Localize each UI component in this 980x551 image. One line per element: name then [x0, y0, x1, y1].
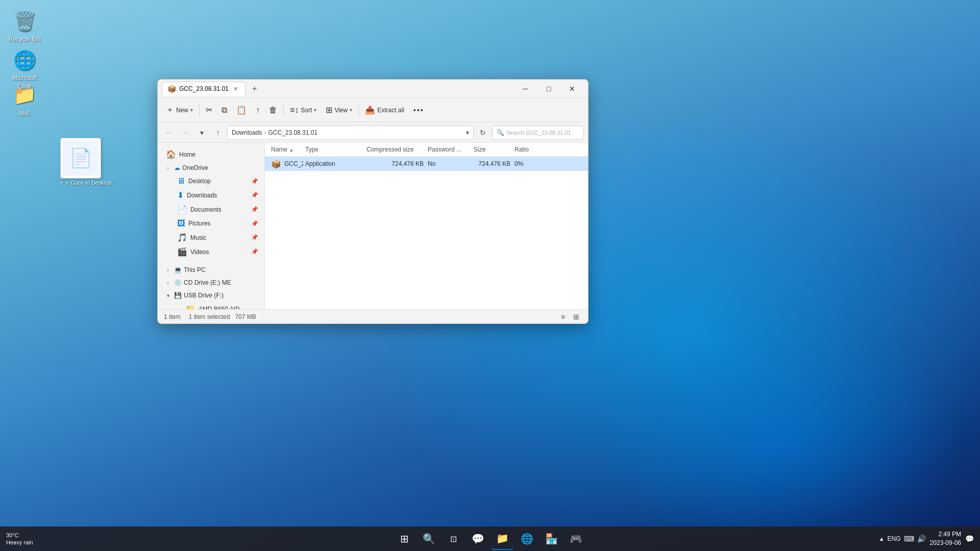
- volume-icon[interactable]: 🔊: [917, 535, 926, 543]
- file-ratio-cell: 0%: [512, 159, 584, 168]
- delete-button[interactable]: 🗑: [265, 103, 281, 117]
- taskbar-edge-button[interactable]: 🌐: [516, 528, 538, 550]
- sidebar-item-amd-b650[interactable]: 📁 AMD B650 AID: [160, 302, 262, 309]
- tray-expand-icon[interactable]: ▲: [879, 536, 885, 542]
- this-pc-icon: 💻: [174, 266, 182, 273]
- paste-button[interactable]: 📋: [232, 103, 251, 117]
- taskbar-store-button[interactable]: 🏪: [540, 528, 562, 550]
- recycle-bin-label: Recycle Bin: [8, 36, 40, 44]
- view-button[interactable]: ⊞ View ▾: [322, 103, 356, 117]
- taskbar-start-button[interactable]: ⊞: [393, 528, 415, 550]
- tab-title: GCC_23.08.31.01: [179, 85, 229, 92]
- taskbar-right: ▲ ENG ⌨ 🔊 2:49 PM 2023-09-06 💬: [879, 530, 974, 547]
- onedrive-icon: ☁: [174, 164, 180, 171]
- desktop-icon-test-folder[interactable]: 📁 test: [4, 83, 45, 118]
- sidebar-item-videos[interactable]: 🎬 Videos 📌: [160, 245, 262, 259]
- desktop-icon-recycle-bin[interactable]: 🗑️ Recycle Bin: [4, 9, 45, 44]
- explorer-tab[interactable]: 📦 GCC_23.08.31.01 ✕: [162, 82, 246, 96]
- sidebar-item-cd-drive[interactable]: › 💿 CD Drive (E:) ME: [160, 277, 262, 289]
- col-header-name[interactable]: Name ▲: [269, 145, 303, 154]
- onedrive-label: OneDrive: [182, 164, 208, 171]
- documents-label: Documents: [190, 206, 222, 213]
- cd-drive-label: CD Drive (E:) ME: [184, 279, 231, 286]
- weather-widget[interactable]: 30°C Heavy rain: [6, 532, 33, 546]
- sidebar-item-downloads[interactable]: ⬇ Downloads 📌: [160, 188, 262, 202]
- recent-locations-button[interactable]: ▾: [194, 126, 209, 140]
- cut-button[interactable]: ✂: [202, 103, 216, 117]
- usb-drive-icon: 💾: [174, 292, 182, 299]
- usb-drive-expand-icon: ▾: [164, 291, 172, 299]
- col-header-size[interactable]: Size: [472, 145, 512, 154]
- weather-condition: Heavy rain: [6, 539, 33, 546]
- col-header-compressed-size[interactable]: Compressed size: [364, 145, 426, 154]
- toolbar-separator-2: [283, 104, 284, 116]
- file-name-cell: 📦 GCC_23.08.31.01: [269, 158, 303, 170]
- path-gcc[interactable]: GCC_23.08.31.01: [268, 129, 317, 136]
- downloads-icon: ⬇: [177, 190, 184, 200]
- up-button[interactable]: ↑: [211, 126, 225, 140]
- minimize-button[interactable]: ─: [513, 81, 537, 97]
- desktop-pin-icon: 📌: [251, 178, 258, 185]
- sidebar-item-this-pc[interactable]: › 💻 This PC: [160, 264, 262, 276]
- path-downloads[interactable]: Downloads: [232, 129, 262, 136]
- this-pc-label: This PC: [184, 266, 206, 273]
- more-options-button[interactable]: •••: [409, 104, 428, 117]
- sort-icon: ≡↕: [290, 106, 299, 115]
- sidebar-item-documents[interactable]: 📄 Documents 📌: [160, 203, 262, 216]
- pictures-pin-icon: 📌: [251, 220, 258, 227]
- address-path[interactable]: Downloads › GCC_23.08.31.01 ▾: [227, 126, 474, 140]
- sidebar-item-onedrive[interactable]: › ☁ OneDrive: [160, 162, 262, 174]
- extract-all-button[interactable]: 📤 Extract all: [361, 103, 408, 117]
- sidebar-item-music[interactable]: 🎵 Music 📌: [160, 231, 262, 244]
- col-header-ratio[interactable]: Ratio: [512, 145, 584, 154]
- list-view-button[interactable]: ≡: [557, 311, 569, 322]
- sidebar-item-pictures[interactable]: 🖼 Pictures 📌: [160, 217, 262, 230]
- taskbar-search-button[interactable]: 🔍: [418, 528, 440, 550]
- taskbar-xbox-button[interactable]: 🎮: [565, 528, 587, 550]
- sort-button[interactable]: ≡↕ Sort ▾: [286, 103, 321, 117]
- grid-view-button[interactable]: ⊞: [571, 311, 582, 322]
- copy-to-desktop-label[interactable]: + + Copy to Desktop: [60, 180, 112, 186]
- refresh-button[interactable]: ↻: [476, 126, 490, 140]
- sidebar-item-usb-drive[interactable]: ▾ 💾 USB Drive (F:): [160, 289, 262, 302]
- copy-button[interactable]: ⧉: [217, 103, 231, 117]
- delete-icon: 🗑: [269, 106, 277, 115]
- music-pin-icon: 📌: [251, 234, 258, 241]
- taskbar-chat-button[interactable]: 💬: [467, 528, 489, 550]
- documents-icon: 📄: [177, 205, 187, 214]
- col-header-password[interactable]: Password ...: [426, 145, 472, 154]
- new-icon: ＋: [166, 105, 174, 115]
- taskbar-file-explorer-button[interactable]: 📁: [491, 528, 513, 550]
- cut-icon: ✂: [206, 105, 212, 115]
- new-button[interactable]: ＋ New ▾: [162, 102, 197, 118]
- app-preview-icon[interactable]: 📄: [60, 138, 101, 179]
- new-dropdown-arrow: ▾: [190, 107, 193, 113]
- back-button[interactable]: ←: [162, 126, 176, 140]
- close-button[interactable]: ✕: [560, 81, 584, 97]
- sidebar-item-home[interactable]: 🏠 Home: [160, 147, 262, 161]
- edge-icon: 🌐: [12, 48, 37, 72]
- notification-icon[interactable]: 💬: [965, 535, 974, 543]
- tab-close-button[interactable]: ✕: [232, 85, 240, 93]
- keyboard-icon: ⌨: [904, 535, 914, 543]
- col-header-type[interactable]: Type: [303, 145, 364, 154]
- taskbar: 30°C Heavy rain ⊞ 🔍 ⊡ 💬 📁 🌐 🏪 🎮: [0, 527, 980, 551]
- forward-button[interactable]: →: [178, 126, 192, 140]
- file-type-cell: Application: [303, 159, 364, 168]
- share-button[interactable]: ↑: [252, 103, 264, 117]
- language-indicator[interactable]: ENG: [888, 535, 901, 542]
- file-icon: 📦: [271, 159, 281, 169]
- file-list: Name ▲ Type Compressed size Password ...…: [265, 143, 588, 309]
- search-box[interactable]: 🔍 Search GCC_23.08.31.01: [492, 126, 584, 140]
- name-sort-arrow: ▲: [289, 147, 294, 153]
- table-row[interactable]: 📦 GCC_23.08.31.01 Application 724,476 KB…: [265, 157, 588, 171]
- taskbar-store-icon: 🏪: [545, 533, 558, 545]
- add-tab-button[interactable]: +: [248, 82, 262, 96]
- taskbar-xbox-icon: 🎮: [570, 533, 582, 545]
- column-headers: Name ▲ Type Compressed size Password ...…: [265, 143, 588, 157]
- sidebar-item-desktop[interactable]: 🖥 Desktop 📌: [160, 174, 262, 188]
- address-dropdown-arrow[interactable]: ▾: [466, 129, 469, 136]
- taskbar-task-view-button[interactable]: ⊡: [442, 528, 464, 550]
- maximize-button[interactable]: □: [537, 81, 560, 97]
- clock-widget[interactable]: 2:49 PM 2023-09-06: [930, 530, 961, 547]
